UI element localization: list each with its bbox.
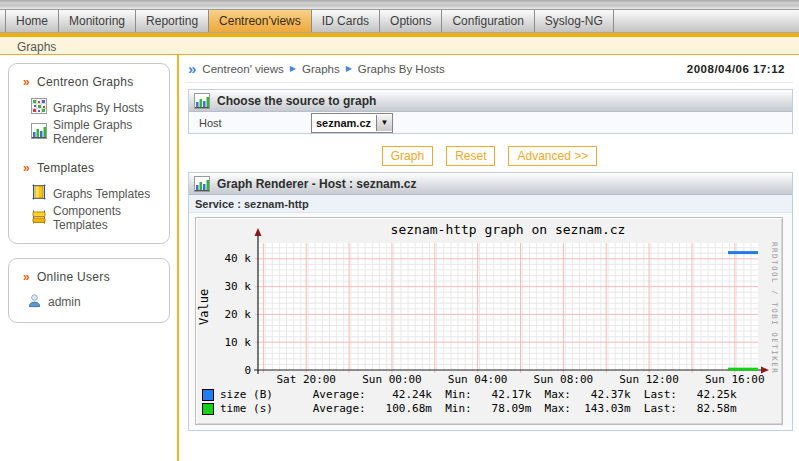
sidebar-item-label: Components Templates xyxy=(53,204,165,232)
sidebar: »Centreon GraphsGraphs By HostsSimple Gr… xyxy=(0,55,177,461)
tab-id-cards[interactable]: ID Cards xyxy=(312,10,380,32)
bar-chart-icon xyxy=(31,123,47,142)
svg-text:10 k: 10 k xyxy=(225,336,252,349)
breadcrumb-item-graphs[interactable]: Graphs xyxy=(302,63,340,75)
rrd-legend: size (B) Average: 42.24k Min: 42.17k Max… xyxy=(202,388,737,416)
content-area: »Centreon GraphsGraphs By HostsSimple Gr… xyxy=(0,55,799,461)
legend-row-size-b: size (B) Average: 42.24k Min: 42.17k Max… xyxy=(202,388,737,402)
breadcrumb: » Centreon' views▶Graphs▶Graphs By Hosts xyxy=(188,61,445,76)
sidebar-item-graphs-by-hosts[interactable]: Graphs By Hosts xyxy=(31,98,165,117)
tab-syslog-ng[interactable]: Syslog-NG xyxy=(535,10,614,32)
bar-chart-icon xyxy=(194,93,210,109)
breadcrumb-item-graphs-by-hosts[interactable]: Graphs By Hosts xyxy=(358,63,445,75)
sidebar-section-title-templates: »Templates xyxy=(23,161,165,175)
sidebar-gap xyxy=(13,147,165,159)
centreon-app-window: HomeMonitoringReportingCentreon'viewsID … xyxy=(0,0,799,461)
tab-home[interactable]: Home xyxy=(5,10,59,32)
svg-text:20 k: 20 k xyxy=(225,308,252,321)
sidebar-box-online-users: »Online Users admin xyxy=(8,258,170,323)
sidebar-divider xyxy=(177,55,179,461)
components-template-icon xyxy=(31,209,47,228)
tab-monitoring[interactable]: Monitoring xyxy=(59,10,136,32)
section-chevron-icon: » xyxy=(23,75,30,89)
breadcrumb-separator-icon: ▶ xyxy=(290,64,296,73)
legend-text: time (s) Average: 100.68m Min: 78.09m Ma… xyxy=(220,402,737,415)
sidebar-section-title-centreon-graphs: »Centreon Graphs xyxy=(23,75,165,89)
graph-area: seznam-http graph on seznam.cz Value RRD… xyxy=(189,213,792,430)
svg-text:Sat 20:00: Sat 20:00 xyxy=(276,373,336,386)
source-box: Choose the source to graph Host seznam.c… xyxy=(188,89,793,134)
breadcrumb-row: » Centreon' views▶Graphs▶Graphs By Hosts… xyxy=(186,55,793,83)
window-top-strip xyxy=(0,0,799,10)
svg-text:Sun 04:00: Sun 04:00 xyxy=(448,373,508,386)
sidebar-item-label: Graphs Templates xyxy=(53,187,150,201)
legend-text: size (B) Average: 42.24k Min: 42.17k Max… xyxy=(220,388,737,401)
online-users-list: admin xyxy=(13,293,165,311)
svg-text:30 k: 30 k xyxy=(225,280,252,293)
svg-text:0: 0 xyxy=(244,364,251,377)
advanced-button[interactable]: Advanced >> xyxy=(508,146,597,166)
submenu-bar: Graphs xyxy=(0,37,799,55)
dropdown-arrow-icon[interactable]: ▼ xyxy=(376,115,392,131)
host-select[interactable]: seznam.cz ▼ xyxy=(311,113,393,133)
sidebar-item-components-templates[interactable]: Components Templates xyxy=(31,204,165,232)
renderer-box: Graph Renderer - Host : seznam.cz Servic… xyxy=(188,172,793,431)
sidebar-box-graphs: »Centreon GraphsGraphs By HostsSimple Gr… xyxy=(8,63,170,244)
svg-text:Sun 16:00: Sun 16:00 xyxy=(705,373,765,386)
legend-color-swatch xyxy=(202,389,214,401)
service-label: Service : seznam-http xyxy=(189,195,792,213)
breadcrumb-separator-icon: ▶ xyxy=(346,64,352,73)
svg-text:Sun 08:00: Sun 08:00 xyxy=(534,373,594,386)
online-users-title: »Online Users xyxy=(23,270,165,284)
breadcrumb-lead-icon: » xyxy=(188,61,196,76)
datetime: 2008/04/06 17:12 xyxy=(687,63,785,75)
reset-button[interactable]: Reset xyxy=(446,146,495,166)
online-user-admin[interactable]: admin xyxy=(27,293,165,311)
tab-centreon-views[interactable]: Centreon'views xyxy=(209,10,312,32)
breadcrumb-item-centreon-views[interactable]: Centreon' views xyxy=(202,63,283,75)
source-box-header: Choose the source to graph xyxy=(189,90,792,112)
graph-button[interactable]: Graph xyxy=(382,146,433,166)
svg-text:40 k: 40 k xyxy=(225,252,252,265)
rrd-graph-image: seznam-http graph on seznam.cz Value RRD… xyxy=(195,217,783,425)
main-panel: » Centreon' views▶Graphs▶Graphs By Hosts… xyxy=(186,55,793,461)
submenu-item-graphs[interactable]: Graphs xyxy=(17,39,56,56)
sidebar-item-label: Graphs By Hosts xyxy=(53,101,144,115)
tab-reporting[interactable]: Reporting xyxy=(136,10,209,32)
tab-bar: HomeMonitoringReportingCentreon'viewsID … xyxy=(0,10,799,33)
user-icon xyxy=(27,293,42,311)
sidebar-sections: »Centreon GraphsGraphs By HostsSimple Gr… xyxy=(13,75,165,232)
renderer-box-header: Graph Renderer - Host : seznam.cz xyxy=(189,173,792,195)
form-buttons: GraphResetAdvanced >> xyxy=(186,146,793,166)
tab-configuration[interactable]: Configuration xyxy=(442,10,534,32)
sidebar-item-graphs-templates[interactable]: Graphs Templates xyxy=(31,184,165,203)
legend-color-swatch xyxy=(202,403,214,415)
bar-chart-icon xyxy=(194,176,210,192)
graph-template-icon xyxy=(31,184,47,203)
renderer-box-title: Graph Renderer - Host : seznam.cz xyxy=(217,177,416,191)
section-chevron-icon: » xyxy=(23,270,30,284)
host-label: Host xyxy=(189,117,311,129)
sidebar-item-label: Simple Graphs Renderer xyxy=(53,118,165,146)
tab-options[interactable]: Options xyxy=(380,10,442,32)
online-user-name: admin xyxy=(48,295,81,309)
svg-text:Sun 00:00: Sun 00:00 xyxy=(362,373,422,386)
svg-text:Sun 12:00: Sun 12:00 xyxy=(619,373,679,386)
section-chevron-icon: » xyxy=(23,161,30,175)
legend-row-time-s: time (s) Average: 100.68m Min: 78.09m Ma… xyxy=(202,402,737,416)
sidebar-item-simple-graphs-renderer[interactable]: Simple Graphs Renderer xyxy=(31,118,165,146)
host-row: Host seznam.cz ▼ xyxy=(189,112,792,133)
source-box-title: Choose the source to graph xyxy=(217,94,376,108)
graphs-by-hosts-icon xyxy=(31,98,47,117)
host-select-value: seznam.cz xyxy=(312,117,376,129)
